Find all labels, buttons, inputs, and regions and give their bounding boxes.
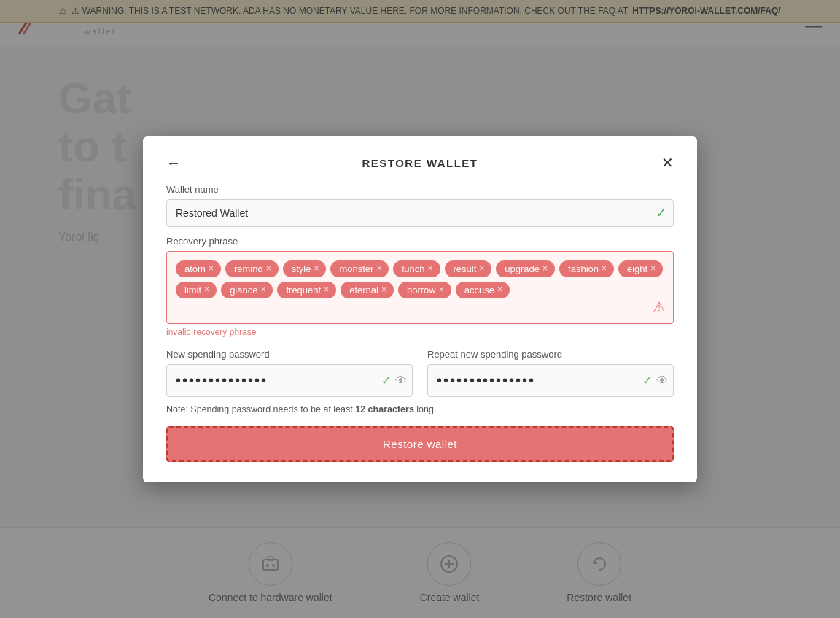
remove-tag-icon[interactable]: ×: [479, 263, 484, 274]
recovery-tag[interactable]: monster ×: [330, 260, 389, 277]
recovery-tag[interactable]: glance ×: [221, 282, 273, 298]
new-password-icons: ✓ 👁: [381, 374, 407, 387]
remove-tag-icon[interactable]: ×: [376, 263, 381, 274]
remove-tag-icon[interactable]: ×: [324, 285, 329, 295]
recovery-tag[interactable]: result ×: [445, 260, 492, 277]
recovery-warning-icon: ⚠: [653, 298, 666, 316]
remove-tag-icon[interactable]: ×: [439, 285, 444, 295]
modal-overlay: ← RESTORE WALLET ✕ Wallet name ✓ Recover…: [0, 0, 840, 618]
recovery-phrase-label: Recovery phrase: [166, 236, 674, 247]
restore-wallet-modal: ← RESTORE WALLET ✕ Wallet name ✓ Recover…: [143, 136, 697, 482]
recovery-tag[interactable]: borrow ×: [398, 282, 451, 298]
wallet-name-input[interactable]: [166, 199, 674, 227]
repeat-password-input[interactable]: [427, 364, 674, 397]
recovery-tag[interactable]: fashion ×: [559, 260, 614, 277]
repeat-password-eye-icon[interactable]: 👁: [656, 374, 668, 387]
repeat-password-wrap: ✓ 👁: [427, 364, 674, 397]
recovery-tag[interactable]: accuse ×: [456, 282, 510, 298]
restore-wallet-button[interactable]: Restore wallet: [166, 426, 674, 462]
remove-tag-icon[interactable]: ×: [428, 263, 433, 274]
password-note: Note: Spending password needs to be at l…: [166, 404, 674, 414]
remove-tag-icon[interactable]: ×: [650, 263, 656, 274]
recovery-tag[interactable]: atom ×: [176, 260, 221, 277]
remove-tag-icon[interactable]: ×: [497, 285, 502, 295]
invalid-phrase-message: invalid recovery phrase: [166, 327, 674, 337]
remove-tag-icon[interactable]: ×: [542, 263, 548, 274]
recovery-tag[interactable]: eight ×: [618, 260, 663, 277]
repeat-password-icons: ✓ 👁: [642, 374, 668, 387]
recovery-tag[interactable]: remind ×: [225, 260, 279, 277]
recovery-tag[interactable]: limit ×: [176, 282, 217, 298]
new-password-input[interactable]: [166, 364, 413, 397]
new-password-label: New spending password: [166, 349, 413, 360]
new-password-eye-icon[interactable]: 👁: [395, 374, 407, 387]
recovery-tag[interactable]: upgrade ×: [496, 260, 555, 277]
recovery-tag[interactable]: eternal ×: [341, 282, 394, 298]
remove-tag-icon[interactable]: ×: [260, 285, 265, 295]
remove-tag-icon[interactable]: ×: [266, 263, 271, 274]
remove-tag-icon[interactable]: ×: [381, 285, 386, 295]
note-prefix: Note: Spending password needs to be at l…: [166, 404, 353, 414]
note-suffix: long.: [416, 404, 436, 414]
recovery-tag[interactable]: frequent ×: [277, 282, 336, 298]
modal-title: RESTORE WALLET: [362, 157, 478, 169]
recovery-tag[interactable]: style ×: [283, 260, 327, 277]
remove-tag-icon[interactable]: ×: [314, 263, 319, 274]
repeat-password-label: Repeat new spending password: [427, 349, 674, 360]
remove-tag-icon[interactable]: ×: [209, 263, 214, 274]
recovery-phrase-area[interactable]: atom ×remind ×style ×monster ×lunch ×res…: [166, 251, 674, 324]
wallet-name-check-icon: ✓: [656, 205, 666, 221]
remove-tag-icon[interactable]: ×: [602, 263, 607, 274]
password-row: New spending password ✓ 👁 Repeat new spe…: [166, 346, 674, 397]
modal-back-button[interactable]: ←: [166, 155, 181, 171]
wallet-name-label: Wallet name: [166, 184, 674, 195]
new-password-wrap: ✓ 👁: [166, 364, 413, 397]
modal-header: ← RESTORE WALLET ✕: [166, 157, 674, 169]
repeat-password-check-icon: ✓: [642, 374, 652, 387]
new-password-check-icon: ✓: [381, 374, 391, 387]
recovery-tag[interactable]: lunch ×: [393, 260, 440, 277]
repeat-password-col: Repeat new spending password ✓ 👁: [427, 346, 674, 397]
wallet-name-field-wrap: ✓: [166, 199, 674, 227]
new-password-col: New spending password ✓ 👁: [166, 346, 413, 397]
note-bold: 12 characters: [355, 404, 414, 414]
remove-tag-icon[interactable]: ×: [204, 285, 209, 295]
modal-close-button[interactable]: ✕: [661, 154, 674, 171]
